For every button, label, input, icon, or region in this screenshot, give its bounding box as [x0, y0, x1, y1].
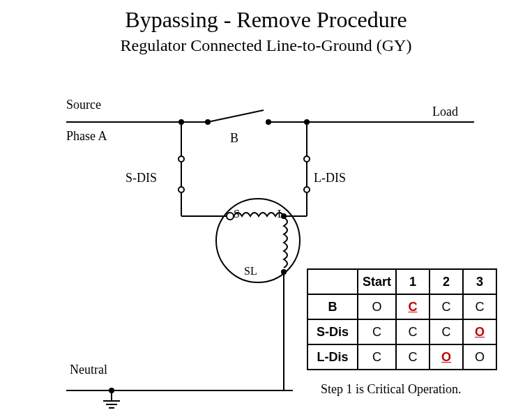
- svg-point-15: [304, 156, 310, 162]
- cell: C: [396, 344, 430, 370]
- cell: C: [430, 319, 463, 344]
- row-ldis: L-Dis: [307, 344, 358, 370]
- svg-point-20: [216, 199, 300, 282]
- cell: C: [430, 294, 463, 319]
- table-row: S-Dis C C C O: [307, 319, 496, 344]
- svg-point-14: [305, 120, 309, 124]
- col-2: 2: [430, 269, 463, 294]
- col-start: Start: [358, 269, 396, 294]
- col-1: 1: [396, 269, 430, 294]
- cell: O: [463, 319, 496, 344]
- cell: C: [396, 294, 430, 319]
- cell: O: [463, 344, 496, 370]
- cell: C: [358, 344, 396, 370]
- cell: O: [430, 344, 463, 370]
- table-row: L-Dis C C O O: [307, 344, 496, 370]
- table-row: B O C C C: [307, 294, 496, 319]
- cell: C: [358, 319, 396, 344]
- svg-point-29: [109, 388, 114, 393]
- table-header-row: Start 1 2 3: [307, 269, 496, 294]
- svg-line-2: [208, 110, 264, 122]
- procedure-table: Start 1 2 3 B O C C C S-Dis C C C O L-Di…: [307, 268, 497, 370]
- col-3: 3: [463, 269, 496, 294]
- svg-point-12: [227, 213, 234, 220]
- table-corner: [307, 269, 358, 294]
- svg-point-17: [304, 187, 310, 192]
- row-b: B: [307, 294, 358, 319]
- svg-point-3: [266, 120, 271, 124]
- svg-point-7: [178, 156, 184, 162]
- footnote-critical: Step 1 is Critical Operation.: [321, 382, 461, 397]
- cell: O: [358, 294, 396, 319]
- svg-point-22: [282, 214, 286, 218]
- cell: C: [463, 294, 496, 319]
- cell: C: [396, 319, 430, 344]
- svg-point-9: [178, 187, 184, 192]
- svg-point-6: [179, 120, 183, 124]
- row-sdis: S-Dis: [307, 319, 358, 344]
